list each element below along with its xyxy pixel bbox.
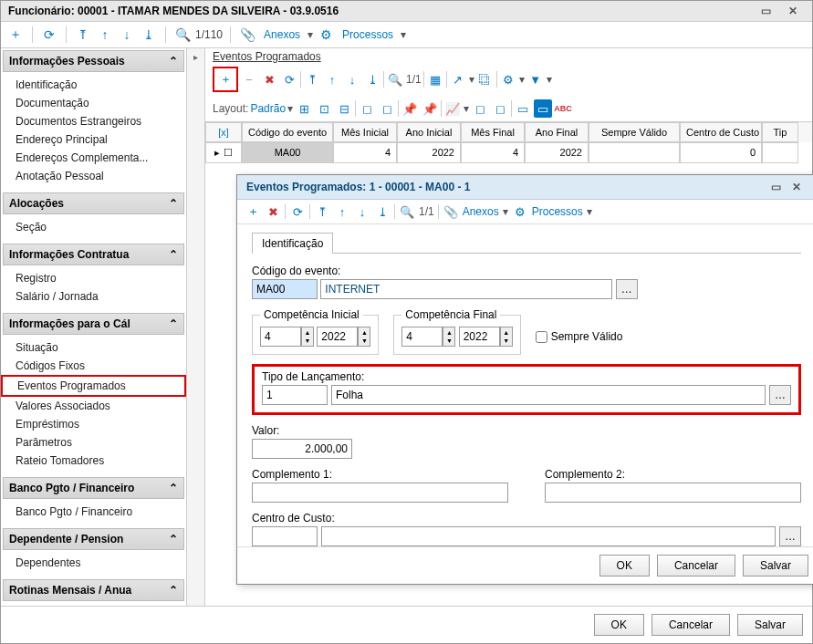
search-icon[interactable]: 🔍 (399, 203, 415, 220)
export-icon[interactable]: ↗ (449, 70, 467, 88)
layout-dropdown[interactable]: Padrão (250, 102, 286, 115)
codigo-lookup-button[interactable]: … (616, 279, 638, 299)
delete-icon[interactable]: ✖ (265, 203, 281, 220)
window-close-icon[interactable]: ✕ (781, 5, 805, 17)
attach-icon[interactable]: 📎 (238, 26, 256, 44)
ano-final-input[interactable] (459, 327, 500, 347)
tool-icon[interactable]: ◻ (378, 99, 396, 118)
sidebar-item[interactable]: Documentos Estrangeiros (1, 112, 186, 130)
filter-icon[interactable]: ▼ (526, 70, 545, 88)
sidebar-item[interactable]: Dependentes (1, 554, 186, 572)
window-minimize-icon[interactable]: ▭ (754, 5, 778, 17)
pin-icon[interactable]: 📌 (421, 99, 439, 118)
ano-inicial-input[interactable] (317, 327, 358, 347)
sidebar-item[interactable]: Registro (1, 269, 186, 287)
col-header[interactable]: Código do evento (242, 122, 333, 142)
gear-icon[interactable]: ⚙ (317, 26, 335, 44)
processos-dropdown[interactable]: Processos (532, 205, 583, 218)
group-contratuais[interactable]: Informações Contratua⌃ (3, 244, 184, 265)
group-rotinas[interactable]: Rotinas Mensais / Anua⌃ (3, 579, 184, 601)
spin-buttons[interactable]: ▲▼ (358, 327, 370, 347)
group-calculo[interactable]: Informações para o Cál⌃ (3, 313, 184, 335)
sempre-valido-row[interactable]: Sempre Válido (536, 330, 623, 343)
columns-icon[interactable]: ▦ (426, 70, 444, 88)
minus-icon[interactable]: − (240, 70, 258, 88)
gear-icon[interactable]: ⚙ (499, 70, 517, 88)
sidebar-item[interactable]: Identificação (1, 76, 186, 94)
group-pessoais[interactable]: Informações Pessoais⌃ (3, 50, 184, 72)
centro-desc-input[interactable] (321, 526, 776, 546)
refresh-icon[interactable]: ⟳ (280, 70, 298, 88)
refresh-icon[interactable]: ⟳ (289, 203, 306, 220)
refresh-icon[interactable]: ⟳ (40, 26, 58, 44)
tool-icon[interactable]: ◻ (491, 99, 509, 118)
dialog-maximize-icon[interactable]: ▭ (766, 181, 787, 193)
ok-button[interactable]: OK (594, 614, 644, 636)
last-icon[interactable]: ⤓ (363, 70, 381, 88)
group-banco[interactable]: Banco Pgto / Financeiro⌃ (3, 477, 184, 499)
col-header[interactable]: Ano Inicial (397, 122, 461, 142)
search-icon[interactable]: 🔍 (173, 26, 192, 44)
valor-input[interactable] (252, 439, 352, 459)
sidebar-item[interactable]: Valores Associados (1, 397, 186, 415)
anexos-dropdown[interactable]: Anexos (463, 205, 499, 218)
splitter[interactable]: ▸ (187, 48, 205, 606)
col-header[interactable]: Mês Final (461, 122, 525, 142)
add-icon[interactable]: ＋ (6, 26, 25, 44)
mes-final-input[interactable] (401, 327, 443, 347)
table-row[interactable]: ▸ ☐ MA00 4 2022 4 2022 0 (205, 142, 812, 163)
dialog-cancelar-button[interactable]: Cancelar (657, 555, 735, 576)
last-icon[interactable]: ⤓ (140, 26, 158, 44)
sidebar-item[interactable]: Endereço Principal (1, 130, 186, 149)
col-header[interactable]: [x] (205, 122, 242, 142)
next-icon[interactable]: ↓ (354, 203, 370, 220)
tool-icon[interactable]: ◻ (358, 99, 376, 118)
group-dependente[interactable]: Dependente / Pension⌃ (3, 528, 184, 550)
spin-buttons[interactable]: ▲▼ (443, 327, 455, 347)
attach-icon[interactable]: 📎 (443, 203, 459, 220)
col-header[interactable]: Mês Inicial (333, 122, 397, 142)
copy-icon[interactable]: ⿻ (476, 70, 495, 88)
tool-icon[interactable]: ◻ (471, 99, 489, 118)
sempre-valido-checkbox[interactable] (536, 331, 547, 343)
group-alocacoes[interactable]: Alocações⌃ (3, 192, 184, 214)
sidebar-item[interactable]: Parâmetros (1, 433, 186, 452)
cancelar-button[interactable]: Cancelar (651, 614, 730, 636)
salvar-button[interactable]: Salvar (737, 614, 803, 636)
add-icon[interactable]: ＋ (245, 203, 261, 220)
search-icon[interactable]: 🔍 (386, 70, 404, 88)
tipo-lookup-button[interactable]: … (769, 385, 791, 405)
sidebar-item[interactable]: Endereços Complementa... (1, 149, 186, 167)
row-selector[interactable]: ▸ ☐ (205, 142, 242, 163)
add-icon[interactable]: ＋ (216, 70, 235, 88)
layout-icon[interactable]: ⊟ (335, 99, 353, 118)
first-icon[interactable]: ⤒ (303, 70, 321, 88)
prev-icon[interactable]: ↑ (334, 203, 350, 220)
dialog-salvar-button[interactable]: Salvar (743, 555, 808, 576)
sidebar-item[interactable]: Rateio Tomadores (1, 452, 186, 470)
layout-icon[interactable]: ⊡ (315, 99, 333, 118)
pin-icon[interactable]: 📌 (401, 99, 419, 118)
centro-lookup-button[interactable]: … (779, 526, 801, 546)
next-icon[interactable]: ↓ (118, 26, 136, 44)
view-icon[interactable]: ▭ (514, 99, 532, 118)
delete-icon[interactable]: ✖ (260, 70, 278, 88)
col-header[interactable]: Tip (762, 122, 798, 142)
chart-icon[interactable]: 📈 (443, 99, 462, 118)
spin-buttons[interactable]: ▲▼ (301, 327, 314, 347)
layout-icon[interactable]: ⊞ (295, 99, 313, 118)
last-icon[interactable]: ⤓ (374, 203, 391, 220)
prev-icon[interactable]: ↑ (96, 26, 114, 44)
dialog-close-icon[interactable]: ✕ (787, 181, 807, 193)
sidebar-item[interactable]: Anotação Pessoal (1, 167, 186, 185)
codigo-desc-input[interactable] (320, 279, 612, 299)
gear-icon[interactable]: ⚙ (512, 203, 528, 220)
sidebar-item-eventos[interactable]: Eventos Programados (1, 375, 186, 397)
tipo-desc-input[interactable] (331, 385, 766, 405)
sidebar-item[interactable]: Empréstimos (1, 415, 186, 433)
sidebar-item[interactable]: Seção (1, 218, 186, 236)
comp2-input[interactable] (545, 483, 801, 503)
sidebar-item[interactable]: Documentação (1, 94, 186, 112)
processos-dropdown[interactable]: Processos (339, 28, 397, 41)
first-icon[interactable]: ⤒ (314, 203, 330, 220)
